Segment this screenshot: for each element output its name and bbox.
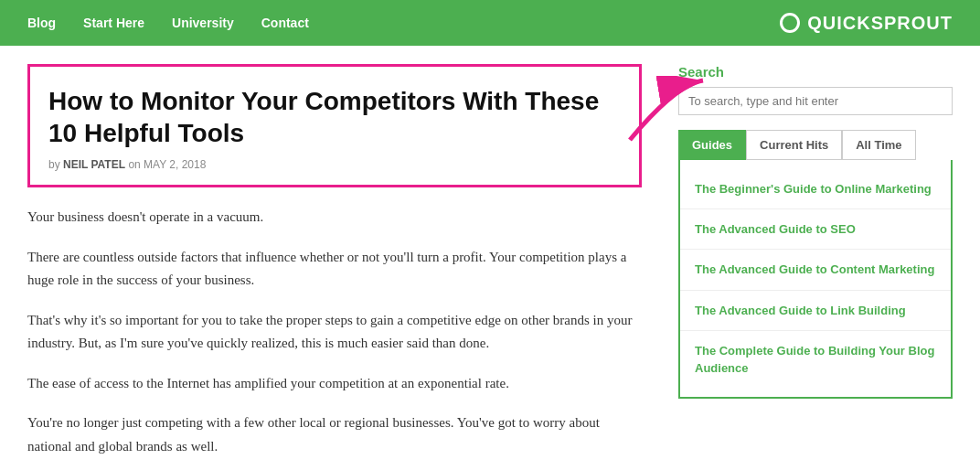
tabs-container: Guides Current Hits All Time <box>678 130 953 160</box>
tab-all-time[interactable]: All Time <box>842 130 915 160</box>
guide-item-1: The Beginner's Guide to Online Marketing <box>680 169 951 209</box>
navbar: Blog Start Here University Contact QUICK… <box>0 0 980 46</box>
meta-on-text: on <box>128 158 140 171</box>
tab-guides[interactable]: Guides <box>678 130 746 160</box>
search-label: Search <box>678 64 953 80</box>
guide-item-2: The Advanced Guide to SEO <box>680 209 951 250</box>
guide-item-5: The Complete Guide to Building Your Blog… <box>680 331 951 388</box>
meta-author: NEIL PATEL <box>63 158 125 171</box>
guide-link-2[interactable]: The Advanced Guide to SEO <box>695 222 856 236</box>
meta-date: MAY 2, 2018 <box>144 158 206 171</box>
article-title-box: How to Monitor Your Competitors With The… <box>27 64 642 187</box>
guide-link-3[interactable]: The Advanced Guide to Content Marketing <box>695 262 934 276</box>
article-p2: There are countless outside factors that… <box>27 246 642 293</box>
nav-contact[interactable]: Contact <box>261 16 309 30</box>
search-input[interactable] <box>678 87 953 115</box>
guide-link-1[interactable]: The Beginner's Guide to Online Marketing <box>695 182 932 196</box>
article-p4: The ease of access to the Internet has a… <box>27 372 642 396</box>
nav-links: Blog Start Here University Contact <box>27 16 309 30</box>
guide-item-4: The Advanced Guide to Link Building <box>680 291 951 331</box>
tab-current-hits[interactable]: Current Hits <box>746 130 842 160</box>
article-p3: That's why it's so important for you to … <box>27 309 642 356</box>
meta-by: by <box>48 158 60 171</box>
guide-item-3: The Advanced Guide to Content Marketing <box>680 250 951 290</box>
nav-blog[interactable]: Blog <box>27 16 56 30</box>
guide-link-5[interactable]: The Complete Guide to Building Your Blog… <box>695 344 934 375</box>
sidebar: Search Guides Current Hits All Time The … <box>678 64 953 470</box>
brand-name: QUICKSPROUT <box>807 13 953 34</box>
main-content: How to Monitor Your Competitors With The… <box>27 64 642 470</box>
article-p1: Your business doesn't operate in a vacuu… <box>27 206 642 230</box>
nav-start-here[interactable]: Start Here <box>83 16 144 30</box>
article-meta: by NEIL PATEL on MAY 2, 2018 <box>48 158 621 171</box>
article-title: How to Monitor Your Competitors With The… <box>48 85 621 149</box>
article-p5: You're no longer just competing with a f… <box>27 411 642 458</box>
guides-list: The Beginner's Guide to Online Marketing… <box>678 160 953 399</box>
page-wrapper: How to Monitor Your Competitors With The… <box>0 46 980 470</box>
guide-link-4[interactable]: The Advanced Guide to Link Building <box>695 304 906 317</box>
brand-icon <box>780 13 800 33</box>
article-body: Your business doesn't operate in a vacuu… <box>27 206 642 458</box>
nav-university[interactable]: University <box>172 16 234 30</box>
site-brand[interactable]: QUICKSPROUT <box>780 13 953 34</box>
